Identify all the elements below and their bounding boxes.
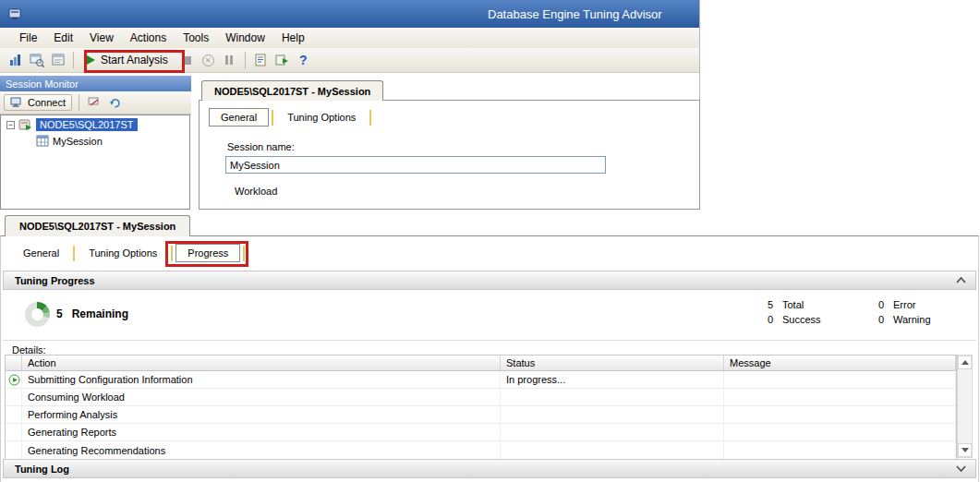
row-status (501, 441, 724, 459)
tuning-progress-section-header[interactable]: Tuning Progress (3, 271, 976, 290)
warning-label: Warning (893, 314, 931, 325)
title-bar: Database Engine Tuning Advisor (0, 0, 699, 28)
open-session-icon[interactable] (27, 51, 46, 70)
tab-tuning-options[interactable]: Tuning Options (276, 109, 367, 126)
tab-progress[interactable]: Progress (175, 244, 240, 262)
collapse-chevron-icon[interactable] (956, 277, 966, 283)
table-row[interactable]: Performing Analysis (6, 406, 956, 424)
stat-group-error-warning: 0 Error 0 Warning (873, 297, 931, 327)
dta-main-window: Database Engine Tuning Advisor File Edit… (0, 0, 700, 210)
row-action: Performing Analysis (22, 406, 501, 423)
table-header-message[interactable]: Message (724, 355, 956, 370)
cancel-icon[interactable]: ✕ (199, 51, 218, 70)
session-document-tab[interactable]: NODE5\SQL2017ST - MySession (201, 80, 383, 101)
tree-expander-icon[interactable]: − (6, 121, 15, 129)
session-grid-icon (36, 135, 49, 147)
session-document-tab-label: NODE5\SQL2017ST - MySession (214, 86, 370, 97)
disconnect-icon[interactable] (86, 94, 103, 112)
start-analysis-button[interactable]: Start Analysis (79, 52, 175, 68)
scroll-up-icon[interactable] (958, 355, 972, 369)
row-status: In progress... (501, 371, 724, 388)
session-document-panel: General Tuning Options Session name: Wor… (199, 100, 700, 210)
connect-icon (10, 97, 23, 108)
progress-document-panel: General Tuning Options Progress Tuning P… (0, 235, 979, 482)
tuning-progress-title: Tuning Progress (15, 275, 95, 286)
app-icon (6, 5, 24, 23)
total-label: Total (782, 299, 804, 310)
table-row[interactable]: Submitting Configuration Information In … (6, 371, 956, 389)
export-session-icon[interactable] (272, 51, 292, 70)
help-icon[interactable]: ? (294, 51, 313, 70)
row-message (724, 389, 956, 405)
tuning-log-section-header[interactable]: Tuning Log (3, 459, 976, 478)
tab-tuning-options[interactable]: Tuning Options (78, 245, 168, 261)
session-progress-window: NODE5\SQL2017ST - MySession General Tuni… (0, 215, 979, 482)
tab-general[interactable]: General (12, 245, 70, 261)
toolbar-separator (245, 52, 246, 68)
table-row[interactable]: Consuming Workload (6, 389, 956, 406)
row-status (501, 406, 724, 423)
row-message (724, 406, 956, 423)
session-name-input[interactable] (225, 156, 606, 174)
tree-node-session-label[interactable]: MySession (53, 136, 103, 147)
connect-label: Connect (28, 97, 66, 108)
row-status-icon-cell (6, 406, 22, 423)
progress-document-tab[interactable]: NODE5\SQL2017ST - MySession (5, 215, 190, 236)
session-monitor-title: Session Monitor (6, 78, 79, 90)
scroll-down-icon[interactable] (958, 443, 972, 457)
menu-help[interactable]: Help (273, 29, 313, 47)
row-status-icon-cell (6, 371, 22, 388)
session-properties-icon[interactable] (48, 51, 67, 70)
stat-warning: 0 Warning (873, 312, 931, 327)
in-progress-icon (8, 374, 20, 386)
warning-value: 0 (873, 314, 884, 325)
menu-window[interactable]: Window (217, 29, 273, 47)
refresh-icon[interactable] (106, 94, 124, 112)
server-icon (18, 118, 32, 131)
tab-separator (272, 110, 273, 126)
row-message (724, 371, 956, 388)
tree-node-server[interactable]: − NODE5\SQL2017ST (1, 115, 189, 132)
tab-separator (171, 246, 173, 261)
pause-icon[interactable] (220, 51, 239, 70)
remaining-value: 5 (56, 307, 63, 320)
table-row[interactable]: Generating Recommendations (6, 441, 956, 459)
table-header-action[interactable]: Action (22, 355, 501, 370)
session-name-label: Session name: (227, 141, 699, 152)
tab-separator (369, 110, 371, 126)
tab-general[interactable]: General (209, 108, 269, 127)
menu-file[interactable]: File (11, 29, 45, 47)
menu-edit[interactable]: Edit (45, 29, 81, 47)
error-value: 0 (873, 299, 884, 310)
tuning-progress-summary: 5 Remaining 5 Total 0 Success 0 (3, 290, 976, 341)
session-tabstrip: General Tuning Options (209, 108, 699, 127)
new-session-icon[interactable] (6, 51, 25, 70)
row-status (501, 424, 724, 440)
tree-node-server-label[interactable]: NODE5\SQL2017ST (36, 118, 138, 131)
progress-document-tab-label: NODE5\SQL2017ST - MySession (19, 221, 175, 232)
toolbar-separator (79, 94, 79, 111)
progress-spinner-icon (25, 302, 50, 327)
total-value: 5 (762, 299, 773, 310)
row-status-icon-cell (6, 441, 22, 459)
table-header-status[interactable]: Status (501, 355, 724, 370)
session-monitor-toolbar: Connect (0, 91, 191, 114)
connect-button[interactable]: Connect (4, 94, 72, 111)
session-monitor-header: Session Monitor (0, 76, 191, 91)
table-row[interactable]: Generating Reports (6, 424, 956, 441)
row-status-icon-cell (6, 424, 22, 440)
details-scrollbar[interactable] (957, 355, 973, 458)
row-action: Consuming Workload (22, 389, 501, 405)
menu-actions[interactable]: Actions (122, 29, 175, 47)
menu-view[interactable]: View (81, 29, 122, 47)
expand-chevron-icon[interactable] (956, 465, 966, 472)
menu-bar: File Edit View Actions Tools Window Help (0, 28, 699, 48)
session-tree: − NODE5\SQL2017ST MySession (0, 114, 190, 210)
tree-node-session[interactable]: MySession (1, 132, 189, 148)
remaining-counter: 5 Remaining (56, 307, 128, 320)
row-action: Submitting Configuration Information (22, 371, 501, 388)
import-session-icon[interactable] (251, 51, 271, 70)
stat-error: 0 Error (873, 297, 931, 312)
menu-tools[interactable]: Tools (175, 29, 217, 47)
stop-analysis-icon[interactable] (177, 51, 197, 70)
